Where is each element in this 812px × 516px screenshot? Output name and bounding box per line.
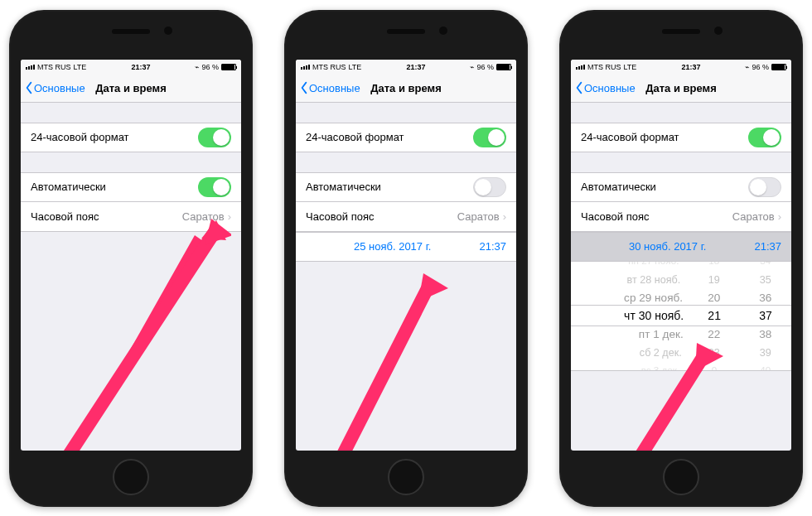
battery-icon bbox=[496, 64, 511, 70]
toggle-24h[interactable] bbox=[198, 128, 231, 147]
carrier-label: MTS RUS bbox=[37, 63, 71, 71]
row-label: 24-часовой формат bbox=[581, 131, 679, 143]
picker-option[interactable]: 18 bbox=[709, 262, 720, 269]
home-button[interactable] bbox=[663, 459, 699, 495]
screen: MTS RUS LTE 21:37 ⌁ 96 % Основные Дата и… bbox=[21, 60, 241, 451]
row-label: 24-часовой формат bbox=[306, 131, 404, 143]
battery-percent: 96 % bbox=[201, 63, 219, 71]
back-button[interactable]: Основные bbox=[571, 81, 636, 94]
row-datetime[interactable]: 25 нояб. 2017 г. 21:37 bbox=[296, 232, 516, 262]
annotation-arrow bbox=[321, 272, 462, 451]
battery-icon bbox=[771, 64, 786, 70]
row-label: Часовой пояс bbox=[31, 210, 99, 223]
picker-option[interactable]: вт 28 нояб. bbox=[627, 271, 681, 287]
battery-icon bbox=[221, 64, 236, 70]
row-24h-format: 24-часовой формат bbox=[21, 123, 241, 152]
time-value: 21:37 bbox=[754, 240, 781, 253]
toggle-auto[interactable] bbox=[198, 177, 231, 197]
row-24h-format: 24-часовой формат bbox=[296, 123, 516, 152]
home-button[interactable] bbox=[113, 459, 149, 495]
network-label: LTE bbox=[349, 63, 362, 71]
row-timezone[interactable]: Часовой пояс Саратов › bbox=[571, 202, 791, 232]
phone-frame: MTS RUS LTE 21:37 ⌁ 96 % Основные Дата и… bbox=[9, 10, 253, 507]
picker-option-selected[interactable]: 37 bbox=[759, 306, 772, 325]
picker-option[interactable]: 20 bbox=[708, 288, 721, 306]
picker-option[interactable]: 39 bbox=[760, 344, 771, 360]
signal-icon bbox=[576, 65, 585, 70]
picker-hour-column[interactable]: 18 19 20 21 22 23 0 bbox=[689, 262, 740, 370]
picker-option[interactable]: 19 bbox=[708, 271, 720, 287]
status-bar: MTS RUS LTE 21:37 ⌁ 96 % bbox=[571, 60, 791, 75]
nav-bar: Основные Дата и время bbox=[571, 75, 791, 103]
row-auto: Автоматически bbox=[571, 172, 791, 202]
carrier-label: MTS RUS bbox=[587, 63, 621, 71]
annotation-arrow bbox=[49, 217, 231, 451]
row-label: Часовой пояс bbox=[306, 210, 374, 223]
picker-option[interactable]: вс 3 дек. bbox=[641, 363, 679, 371]
network-label: LTE bbox=[624, 63, 637, 71]
screen: MTS RUS LTE 21:37 ⌁ 96 % Основные Дата и… bbox=[571, 60, 791, 451]
row-label: Автоматически bbox=[31, 181, 106, 193]
back-label: Основные bbox=[584, 82, 636, 94]
time-value: 21:37 bbox=[479, 240, 506, 253]
back-button[interactable]: Основные bbox=[21, 81, 85, 94]
status-time: 21:37 bbox=[681, 63, 700, 71]
status-bar: MTS RUS LTE 21:37 ⌁ 96 % bbox=[296, 60, 516, 75]
signal-icon bbox=[26, 65, 35, 70]
svg-marker-3 bbox=[418, 273, 448, 301]
picker-option[interactable]: ср 29 нояб. bbox=[624, 288, 683, 306]
toggle-24h[interactable] bbox=[473, 128, 506, 147]
chevron-right-icon: › bbox=[778, 210, 781, 223]
picker-option[interactable]: 36 bbox=[759, 288, 771, 306]
picker-option-selected[interactable]: чт 30 нояб. bbox=[624, 306, 684, 325]
bluetooth-icon: ⌁ bbox=[195, 63, 199, 71]
row-label: 24-часовой формат bbox=[31, 131, 129, 143]
row-label: Автоматически bbox=[306, 181, 381, 193]
row-auto: Автоматически bbox=[296, 172, 516, 202]
picker-option[interactable]: пн 27 нояб. bbox=[628, 262, 679, 269]
picker-option[interactable]: 40 bbox=[761, 363, 771, 371]
carrier-label: MTS RUS bbox=[312, 63, 346, 71]
chevron-left-icon bbox=[24, 81, 34, 94]
toggle-24h[interactable] bbox=[748, 128, 781, 147]
picker-option[interactable]: 34 bbox=[761, 262, 771, 269]
back-label: Основные bbox=[34, 82, 85, 94]
timezone-value: Саратов bbox=[457, 210, 500, 223]
back-button[interactable]: Основные bbox=[296, 81, 360, 94]
datetime-picker[interactable]: пн 27 нояб. вт 28 нояб. ср 29 нояб. чт 3… bbox=[571, 262, 791, 371]
bluetooth-icon: ⌁ bbox=[470, 63, 474, 71]
picker-minute-column[interactable]: 34 35 36 37 38 39 40 bbox=[740, 262, 791, 370]
date-value: 30 нояб. 2017 г. bbox=[581, 240, 754, 253]
status-time: 21:37 bbox=[131, 63, 150, 71]
timezone-value: Саратов bbox=[182, 210, 225, 223]
picker-option[interactable]: 23 bbox=[708, 344, 720, 360]
phone-frame: MTS RUS LTE 21:37 ⌁ 96 % Основные Дата и… bbox=[284, 10, 528, 507]
picker-option[interactable]: 38 bbox=[759, 325, 771, 342]
network-label: LTE bbox=[74, 63, 87, 71]
row-datetime[interactable]: 30 нояб. 2017 г. 21:37 bbox=[571, 232, 791, 262]
chevron-right-icon: › bbox=[228, 210, 231, 223]
signal-icon bbox=[301, 65, 310, 70]
row-timezone[interactable]: Часовой пояс Саратов › bbox=[21, 202, 241, 232]
nav-bar: Основные Дата и время bbox=[21, 75, 241, 103]
picker-option[interactable]: сб 2 дек. bbox=[639, 344, 681, 360]
picker-option[interactable]: 0 bbox=[712, 363, 717, 371]
toggle-auto[interactable] bbox=[473, 177, 506, 197]
battery-percent: 96 % bbox=[476, 63, 494, 71]
chevron-right-icon: › bbox=[503, 210, 506, 223]
picker-date-column[interactable]: пн 27 нояб. вт 28 нояб. ср 29 нояб. чт 3… bbox=[571, 262, 689, 370]
home-button[interactable] bbox=[388, 459, 424, 495]
phone-frame: MTS RUS LTE 21:37 ⌁ 96 % Основные Дата и… bbox=[559, 10, 803, 507]
picker-option[interactable]: пт 1 дек. bbox=[638, 325, 683, 342]
row-timezone[interactable]: Часовой пояс Саратов › bbox=[296, 202, 516, 232]
picker-option[interactable]: 22 bbox=[708, 325, 721, 342]
chevron-left-icon bbox=[574, 81, 584, 94]
row-label: Часовой пояс bbox=[581, 210, 649, 223]
toggle-auto[interactable] bbox=[748, 177, 781, 197]
back-label: Основные bbox=[309, 82, 360, 94]
bluetooth-icon: ⌁ bbox=[745, 63, 749, 71]
picker-option-selected[interactable]: 21 bbox=[708, 306, 721, 325]
status-bar: MTS RUS LTE 21:37 ⌁ 96 % bbox=[21, 60, 241, 75]
picker-option[interactable]: 35 bbox=[760, 271, 771, 287]
row-auto: Автоматически bbox=[21, 172, 241, 202]
